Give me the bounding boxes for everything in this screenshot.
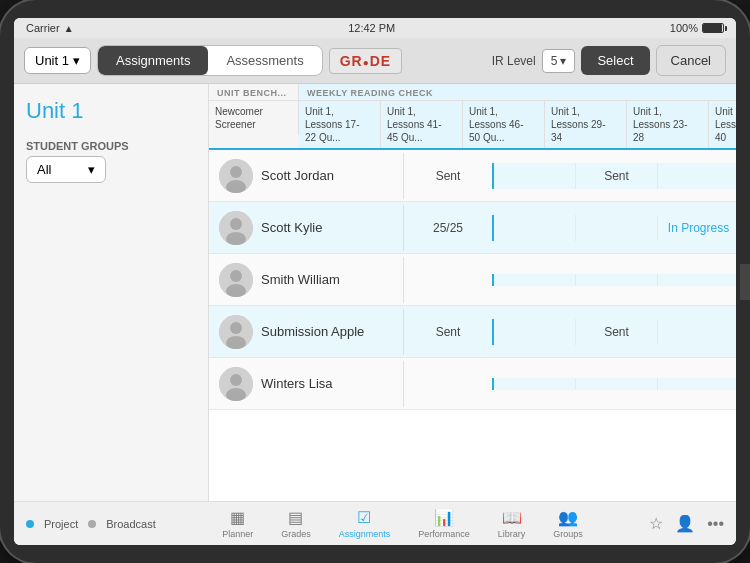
assignments-icon: ☑ [357, 508, 371, 527]
data-cell-bench: 25/25 [404, 215, 494, 241]
student-info: Submission Apple [209, 309, 404, 355]
avatar-icon [219, 263, 253, 297]
chevron-down-icon: ▾ [73, 53, 80, 68]
performance-label: Performance [418, 529, 470, 539]
avatar [219, 315, 253, 349]
status-bar: Carrier ▲ 12:42 PM 100% [14, 18, 736, 38]
carrier-label: Carrier [26, 22, 60, 34]
ir-level-select[interactable]: 5 ▾ [542, 49, 576, 73]
svg-point-1 [230, 166, 242, 178]
more-icon[interactable]: ••• [707, 515, 724, 533]
data-cells [404, 378, 736, 390]
nav-right: ☆ 👤 ••• [649, 514, 724, 533]
avatar [219, 211, 253, 245]
nav-tab-grades[interactable]: ▤ Grades [281, 508, 311, 539]
unit-title: Unit 1 [26, 98, 196, 124]
weekly-col-1: Unit 1, Lessons 17- 22 Qu... [299, 101, 381, 148]
student-name: Winters Lisa [261, 376, 333, 391]
student-info: Smith William [209, 257, 404, 303]
battery-label: 100% [670, 22, 698, 34]
assignments-label: Assignments [339, 529, 391, 539]
data-cell-w2 [576, 378, 658, 390]
project-label: Project [44, 518, 78, 530]
unit-dropdown-label: Unit 1 [35, 53, 69, 68]
table-row: Smith William [209, 254, 736, 306]
data-cell-bench: Sent [404, 319, 494, 345]
ipad-frame: Carrier ▲ 12:42 PM 100% Unit 1 ▾ Assignm… [0, 0, 750, 563]
planner-icon: ▦ [230, 508, 245, 527]
battery-icon [702, 23, 724, 33]
data-cell-w3: In Progress [658, 215, 736, 241]
groups-label: Groups [553, 529, 583, 539]
user-circle-icon[interactable]: 👤 [675, 514, 695, 533]
weekly-col-5: Unit 1, Lessons 23- 28 [627, 101, 709, 148]
data-cells: Sent Sent [404, 319, 736, 345]
weekly-col-6: Unit 1, Lessons 35- 40 [709, 101, 736, 148]
avatar-icon [219, 211, 253, 245]
nav-tab-library[interactable]: 📖 Library [498, 508, 526, 539]
data-cell-w2: Sent [576, 319, 658, 345]
data-cell-bench [404, 378, 494, 390]
avatar [219, 159, 253, 193]
avatar [219, 367, 253, 401]
ir-level: IR Level 5 ▾ [492, 49, 576, 73]
svg-point-13 [230, 374, 242, 386]
library-label: Library [498, 529, 526, 539]
data-cell-w3 [658, 378, 736, 390]
library-icon: 📖 [502, 508, 522, 527]
planner-label: Planner [222, 529, 253, 539]
student-name: Smith William [261, 272, 340, 287]
student-name: Submission Apple [261, 324, 364, 339]
student-groups-label: Student Groups [26, 140, 196, 152]
toolbar: Unit 1 ▾ Assignments Assessments GR●DE I… [14, 38, 736, 84]
main-content: Unit 1 Student Groups All ▾ UNIT BENCH..… [14, 84, 736, 501]
grades-icon: ▤ [288, 508, 303, 527]
ir-chevron-icon: ▾ [560, 54, 566, 68]
groups-dropdown[interactable]: All ▾ [26, 156, 106, 183]
data-cells [404, 274, 736, 286]
data-cell-w1 [494, 215, 576, 241]
student-info: Winters Lisa [209, 361, 404, 407]
table-row: Winters Lisa [209, 358, 736, 410]
weekly-group: WEEKLY READING CHECK Unit 1, Lessons 17-… [299, 84, 736, 148]
wifi-icon: ▲ [64, 23, 74, 34]
grades-label: Grades [281, 529, 311, 539]
tab-group: Assignments Assessments [97, 45, 323, 76]
bench-col-header: Newcomer Screener [209, 101, 299, 135]
tab-assignments[interactable]: Assignments [98, 46, 208, 75]
table-area: UNIT BENCH... Newcomer Screener WEEKLY R… [209, 84, 736, 501]
cancel-button[interactable]: Cancel [656, 45, 726, 76]
status-left: Carrier ▲ [26, 22, 74, 34]
unit-dropdown[interactable]: Unit 1 ▾ [24, 47, 91, 74]
star-icon[interactable]: ☆ [649, 514, 663, 533]
nav-tab-assignments[interactable]: ☑ Assignments [339, 508, 391, 539]
nav-tab-performance[interactable]: 📊 Performance [418, 508, 470, 539]
student-info: Scott Jordan [209, 153, 404, 199]
groups-icon: 👥 [558, 508, 578, 527]
table-row: Submission Apple Sent Sent [209, 306, 736, 358]
nav-tab-planner[interactable]: ▦ Planner [222, 508, 253, 539]
groups-value: All [37, 162, 51, 177]
weekly-col-3: Unit 1, Lessons 46- 50 Qu... [463, 101, 545, 148]
nav-tab-groups[interactable]: 👥 Groups [553, 508, 583, 539]
table-container: UNIT BENCH... Newcomer Screener WEEKLY R… [209, 84, 736, 410]
student-name: Scott Jordan [261, 168, 334, 183]
svg-point-4 [230, 218, 242, 230]
avatar-icon [219, 367, 253, 401]
grade-logo: GR●DE [329, 48, 403, 74]
select-button[interactable]: Select [581, 46, 649, 75]
data-cell-w2: Sent [576, 163, 658, 189]
table-row: Scott Kylie 25/25 In Progress [209, 202, 736, 254]
table-row: Scott Jordan Sent Sent Sent Sent [209, 150, 736, 202]
data-cell-w2 [576, 215, 658, 241]
weekly-col-4: Unit 1, Lessons 29- 34 [545, 101, 627, 148]
broadcast-label: Broadcast [106, 518, 156, 530]
data-cell-w2 [576, 274, 658, 286]
data-cell-w1 [494, 274, 576, 286]
data-cell-w1 [494, 163, 576, 189]
student-info: Scott Kylie [209, 205, 404, 251]
avatar [219, 263, 253, 297]
data-cell-w1 [494, 378, 576, 390]
bottom-nav: Project Broadcast ▦ Planner ▤ Grades ☑ A… [14, 501, 736, 545]
tab-assessments[interactable]: Assessments [208, 46, 321, 75]
